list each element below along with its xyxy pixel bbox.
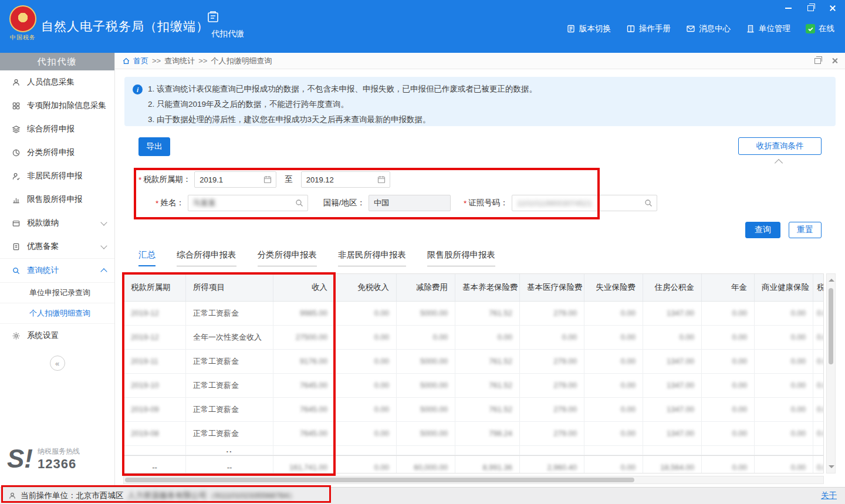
cell-deduction: 5000.00: [397, 374, 455, 397]
breadcrumb-home-link[interactable]: 首页: [122, 56, 148, 66]
nationality-input[interactable]: [369, 196, 450, 210]
home-icon: [122, 57, 130, 65]
total-income-item: --: [186, 456, 273, 473]
search-icon[interactable]: [644, 198, 653, 208]
cell-annuity: 0.00: [702, 398, 755, 421]
col-header-commercial-health: 商业健康保险: [755, 274, 813, 301]
tab-comprehensive-income[interactable]: 综合所得申报表: [177, 249, 236, 266]
tax-emblem-icon: [9, 5, 36, 32]
table-row-clipped: ..: [124, 446, 824, 455]
cell-annuity: 0.00: [702, 374, 755, 397]
cell-income: 7645.00: [273, 398, 335, 421]
nationality-field[interactable]: [369, 195, 451, 211]
horizontal-scrollbar[interactable]: [123, 476, 824, 484]
id-number-field[interactable]: 110101199003074521: [512, 195, 657, 211]
cell-period: 2019-12: [124, 326, 186, 349]
window-minimize-button[interactable]: [782, 4, 795, 13]
cell-income: 27500.00: [273, 326, 335, 349]
message-center-link[interactable]: 消息中心: [686, 23, 731, 34]
breadcrumb-level2: 查询统计: [164, 56, 195, 66]
about-link[interactable]: 关于: [821, 491, 837, 501]
cell-housing-fund: 1347.00: [643, 398, 702, 421]
cell-income-item: 正常工资薪金: [186, 422, 273, 445]
org-management-link[interactable]: 单位管理: [746, 23, 790, 34]
hotline-logo: S!: [7, 442, 33, 476]
app-title: 自然人电子税务局（扣缴端）: [41, 18, 209, 35]
table-header-row: 税款所属期 所得项目 收入 免税收入 减除费用 基本养老保险费 基本医疗保险费 …: [124, 274, 824, 302]
table-row[interactable]: 2019-08 正常工资薪金 7645.00 0.00 5000.00 798.…: [124, 422, 824, 446]
online-status[interactable]: 在线: [806, 23, 834, 34]
sidebar-item-nonresident-income[interactable]: 非居民所得申报: [0, 164, 114, 188]
nationality-label: 国籍/地区：: [323, 198, 365, 208]
collapse-caret-icon: [775, 159, 783, 167]
table-row[interactable]: 2019-09 正常工资薪金 7645.00 0.00 5000.00 761.…: [124, 398, 824, 422]
table-row[interactable]: 2019-10 正常工资薪金 7645.00 0.00 5000.00 761.…: [124, 374, 824, 398]
cell-medical: 279.00: [520, 302, 584, 325]
calendar-icon[interactable]: [263, 175, 272, 184]
to-label: 至: [285, 174, 293, 185]
scroll-up-arrow-icon[interactable]: [829, 279, 834, 282]
required-mark: *: [138, 175, 141, 184]
reset-button[interactable]: 重置: [789, 222, 822, 238]
tab-summary[interactable]: 汇总: [138, 249, 156, 266]
wallet-icon: [12, 219, 21, 228]
sidebar-item-query-statistics[interactable]: 查询统计: [0, 258, 114, 282]
cell-unemployment: 0.00: [584, 350, 643, 373]
panel-restore-icon[interactable]: [814, 58, 821, 64]
sidebar-item-personnel-info[interactable]: 人员信息采集: [0, 70, 114, 94]
query-button[interactable]: 查询: [745, 222, 780, 238]
sidebar-subitem-personal-withholding-detail-query[interactable]: 个人扣缴明细查询: [0, 303, 114, 323]
sidebar-subitem-unit-declaration-query[interactable]: 单位申报记录查询: [0, 282, 114, 303]
module-tab-withholding[interactable]: 代扣代缴: [205, 9, 250, 39]
cell-income-item: 正常工资薪金: [186, 350, 273, 373]
tab-restricted-shares[interactable]: 限售股所得申报表: [427, 249, 495, 266]
calendar-icon[interactable]: [377, 175, 386, 184]
vertical-scrollbar[interactable]: [826, 273, 836, 473]
table-row[interactable]: 2019-12 正常工资薪金 9985.00 0.00 5000.00 761.…: [124, 302, 824, 326]
manual-link[interactable]: 操作手册: [626, 23, 671, 34]
total-medical: 2,960.40: [520, 456, 584, 473]
window-restore-button[interactable]: [804, 4, 817, 13]
cell-medical: 279.00: [520, 398, 584, 421]
table-row[interactable]: 2019-12 全年一次性奖金收入 27500.00 0.00 0.00 0.0…: [124, 326, 824, 350]
tab-classified-income[interactable]: 分类所得申报表: [258, 249, 317, 266]
cell-pension: 761.52: [455, 374, 520, 397]
cell-tax-partial: 0.00: [813, 398, 824, 421]
horizontal-scrollbar-thumb[interactable]: [125, 478, 634, 482]
collapse-filters-button[interactable]: 收折查询条件: [738, 137, 822, 155]
name-field[interactable]: 马某某: [188, 195, 308, 211]
pie-chart-icon: [12, 148, 21, 157]
table-row[interactable]: 2019-11 正常工资薪金 9176.00 0.00 5000.00 761.…: [124, 350, 824, 374]
col-header-unemployment: 失业保险费: [584, 274, 643, 301]
result-tabs: 汇总 综合所得申报表 分类所得申报表 非居民所得申报表 限售股所得申报表: [138, 249, 495, 266]
sidebar-item-restricted-shares[interactable]: 限售股所得申报: [0, 188, 114, 211]
tab-nonresident-income[interactable]: 非居民所得申报表: [338, 249, 406, 266]
cell-income: 7645.00: [273, 422, 335, 445]
notice-line-2: 2. 只能查询2019年及之后的数据，不能进行跨年度查询。: [148, 97, 826, 112]
vertical-scrollbar-thumb[interactable]: [829, 288, 833, 364]
period-label: 税款所属期：: [143, 174, 191, 185]
sidebar-item-system-settings[interactable]: 系统设置: [0, 323, 114, 347]
cell-taxfree: 0.00: [335, 398, 397, 421]
search-icon[interactable]: [295, 198, 304, 208]
sidebar-collapse-button[interactable]: «: [50, 356, 65, 371]
sidebar-item-preference-record[interactable]: 优惠备案: [0, 235, 114, 258]
tax-bureau-logo: 中国税务: [6, 5, 40, 49]
sidebar-item-tax-payment[interactable]: 税款缴纳: [0, 211, 114, 235]
scroll-down-arrow-icon[interactable]: [829, 465, 834, 468]
sidebar-item-special-deduction[interactable]: 专项附加扣除信息采集: [0, 94, 114, 117]
sidebar-item-comprehensive-income[interactable]: 综合所得申报: [0, 117, 114, 141]
panel-close-icon[interactable]: [832, 57, 838, 64]
period-to-field[interactable]: [301, 171, 390, 188]
cell-pension: 761.52: [455, 302, 520, 325]
sidebar-item-classified-income[interactable]: 分类所得申报: [0, 141, 114, 164]
cell-income: 9176.00: [273, 350, 335, 373]
app-header: 中国税务 自然人电子税务局（扣缴端） 代扣代缴 版本切换: [0, 0, 845, 53]
version-switch-link[interactable]: 版本切换: [566, 23, 611, 34]
period-from-field[interactable]: [194, 171, 276, 188]
cell-commercial-health: 0.00: [755, 398, 813, 421]
export-button[interactable]: 导出: [138, 137, 170, 156]
cell-tax-partial: 0.00: [813, 350, 824, 373]
window-close-button[interactable]: [826, 4, 839, 13]
cell-period: 2019-10: [124, 374, 186, 397]
